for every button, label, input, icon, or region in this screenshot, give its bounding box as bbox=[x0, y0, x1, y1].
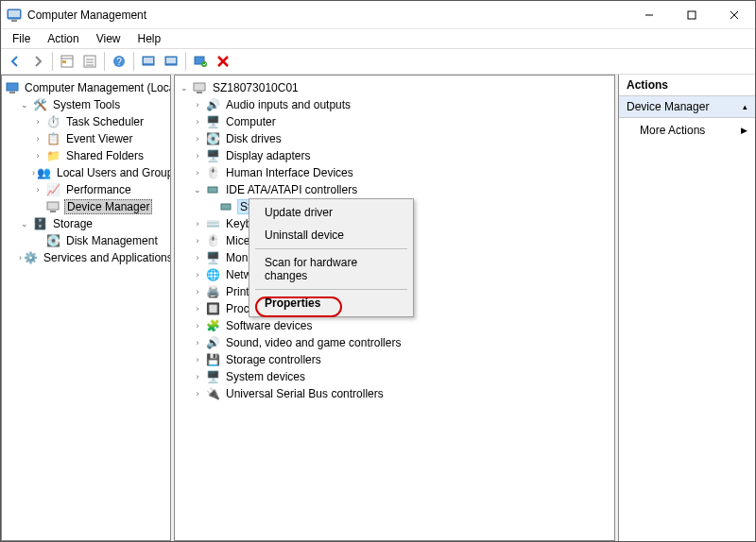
device-cat-sound[interactable]: › 🔊 Sound, video and game controllers bbox=[177, 334, 612, 351]
device-cat-hid[interactable]: › 🖱️ Human Interface Devices bbox=[177, 164, 612, 181]
expand-icon[interactable]: › bbox=[192, 99, 203, 110]
show-hide-tree-button[interactable] bbox=[57, 51, 77, 72]
tree-local-users-groups[interactable]: › 👥 Local Users and Groups bbox=[4, 164, 168, 181]
svg-rect-28 bbox=[208, 187, 217, 193]
console-tree[interactable]: Computer Management (Local) ⌄ 🛠️ System … bbox=[2, 76, 170, 270]
tree-task-scheduler[interactable]: › ⏱️ Task Scheduler bbox=[4, 113, 168, 130]
ide-icon bbox=[205, 182, 220, 197]
tree-label: Event Viewer bbox=[64, 132, 134, 145]
console-tree-pane[interactable]: Computer Management (Local) ⌄ 🛠️ System … bbox=[1, 75, 171, 541]
ctx-scan-hardware[interactable]: Scan for hardware changes bbox=[251, 251, 411, 287]
svg-rect-27 bbox=[197, 92, 202, 93]
svg-rect-29 bbox=[221, 204, 231, 210]
tree-disk-management[interactable]: 💽 Disk Management bbox=[4, 232, 168, 249]
body: Computer Management (Local) ⌄ 🛠️ System … bbox=[1, 75, 755, 541]
tree-label: System devices bbox=[224, 370, 307, 383]
forward-button[interactable] bbox=[27, 51, 48, 72]
expand-icon[interactable]: › bbox=[32, 167, 35, 178]
tree-label: Sound, video and game controllers bbox=[224, 336, 403, 349]
tree-performance[interactable]: › 📈 Performance bbox=[4, 181, 168, 198]
tree-event-viewer[interactable]: › 📋 Event Viewer bbox=[4, 130, 168, 147]
device-cat-system-devices[interactable]: › 🖥️ System devices bbox=[177, 368, 612, 385]
device-cat-ide[interactable]: ⌄ IDE ATA/ATAPI controllers bbox=[177, 181, 612, 198]
blank-expander bbox=[205, 201, 216, 212]
device-cat-software[interactable]: › 🧩 Software devices bbox=[177, 317, 612, 334]
collapse-icon[interactable]: ⌄ bbox=[179, 82, 190, 93]
ctx-properties[interactable]: Properties bbox=[251, 292, 411, 314]
window-controls bbox=[627, 1, 755, 28]
tree-device-manager[interactable]: Device Manager bbox=[4, 198, 168, 215]
expand-icon[interactable]: › bbox=[192, 337, 203, 348]
disk-icon: 💽 bbox=[45, 233, 60, 248]
expand-icon[interactable]: › bbox=[192, 320, 203, 331]
back-button[interactable] bbox=[5, 51, 26, 72]
computer-management-window: Computer Management File Action View Hel… bbox=[0, 0, 756, 542]
device-cat-disk-drives[interactable]: › 💽 Disk drives bbox=[177, 130, 612, 147]
remove-device-button[interactable] bbox=[213, 51, 233, 72]
toolbar-separator bbox=[185, 52, 186, 71]
expand-icon[interactable]: › bbox=[32, 184, 43, 195]
device-cat-display[interactable]: › 🖥️ Display adapters bbox=[177, 147, 612, 164]
expand-icon[interactable]: › bbox=[19, 252, 22, 263]
device-cat-audio[interactable]: › 🔊 Audio inputs and outputs bbox=[177, 96, 612, 113]
expand-icon[interactable]: › bbox=[192, 116, 203, 127]
expand-icon[interactable]: › bbox=[32, 133, 43, 144]
tree-label: Display adapters bbox=[224, 149, 312, 162]
menu-help[interactable]: Help bbox=[130, 30, 169, 47]
expand-icon[interactable]: › bbox=[192, 167, 203, 178]
device-cat-usb[interactable]: › 🔌 Universal Serial Bus controllers bbox=[177, 385, 612, 402]
svg-rect-1 bbox=[9, 10, 20, 17]
storage-icon: 🗄️ bbox=[32, 216, 47, 231]
services-icon: ⚙️ bbox=[24, 250, 38, 265]
properties-toolbar-button[interactable] bbox=[79, 51, 100, 72]
monitor-icon: 🖥️ bbox=[205, 250, 220, 265]
view-list-button[interactable] bbox=[161, 51, 181, 72]
collapse-icon[interactable]: ⌄ bbox=[192, 184, 203, 195]
tree-storage[interactable]: ⌄ 🗄️ Storage bbox=[4, 215, 168, 232]
expand-icon[interactable]: › bbox=[192, 252, 203, 263]
tree-shared-folders[interactable]: › 📁 Shared Folders bbox=[4, 147, 168, 164]
close-button[interactable] bbox=[713, 1, 755, 28]
menu-action[interactable]: Action bbox=[40, 30, 86, 47]
tree-services-apps[interactable]: › ⚙️ Services and Applications bbox=[4, 249, 168, 266]
tree-root[interactable]: Computer Management (Local) bbox=[4, 79, 168, 96]
expand-icon[interactable]: › bbox=[192, 269, 203, 280]
performance-icon: 📈 bbox=[45, 182, 60, 197]
svg-rect-24 bbox=[47, 202, 59, 210]
scan-hardware-button[interactable] bbox=[190, 51, 211, 72]
view-large-button[interactable] bbox=[138, 51, 159, 72]
collapse-icon[interactable]: ⌄ bbox=[19, 218, 30, 229]
maximize-button[interactable] bbox=[670, 1, 713, 28]
expand-icon[interactable]: › bbox=[192, 388, 203, 399]
device-root[interactable]: ⌄ SZ18073010C01 bbox=[177, 79, 612, 96]
expand-icon[interactable]: › bbox=[192, 133, 203, 144]
tree-label: Software devices bbox=[224, 319, 314, 332]
help-button[interactable]: ? bbox=[109, 51, 129, 72]
actions-section-header[interactable]: Device Manager ▴ bbox=[619, 96, 755, 118]
collapse-icon[interactable]: ⌄ bbox=[19, 99, 30, 110]
menu-view[interactable]: View bbox=[89, 30, 129, 47]
more-actions-link[interactable]: More Actions ▶ bbox=[619, 118, 755, 143]
svg-rect-4 bbox=[688, 11, 696, 19]
device-tree-pane[interactable]: ⌄ SZ18073010C01 › 🔊 Audio inputs and out… bbox=[174, 75, 615, 541]
expand-icon[interactable]: › bbox=[32, 116, 43, 127]
expand-icon[interactable]: › bbox=[192, 218, 203, 229]
expand-icon[interactable]: › bbox=[192, 150, 203, 161]
ctx-update-driver[interactable]: Update driver bbox=[251, 201, 411, 224]
expand-icon[interactable]: › bbox=[192, 303, 203, 314]
clock-icon: ⏱️ bbox=[45, 114, 60, 129]
collapse-icon[interactable]: ▴ bbox=[743, 102, 747, 111]
minimize-button[interactable] bbox=[627, 1, 670, 28]
expand-icon[interactable]: › bbox=[192, 354, 203, 365]
device-cat-storage-controllers[interactable]: › 💾 Storage controllers bbox=[177, 351, 612, 368]
expand-icon[interactable]: › bbox=[192, 235, 203, 246]
device-cat-computer[interactable]: › 🖥️ Computer bbox=[177, 113, 612, 130]
usb-icon: 🔌 bbox=[205, 386, 220, 401]
device-manager-icon bbox=[45, 199, 60, 214]
menu-file[interactable]: File bbox=[5, 30, 38, 47]
tree-system-tools[interactable]: ⌄ 🛠️ System Tools bbox=[4, 96, 168, 113]
ctx-uninstall-device[interactable]: Uninstall device bbox=[251, 224, 411, 246]
expand-icon[interactable]: › bbox=[192, 371, 203, 382]
expand-icon[interactable]: › bbox=[32, 150, 43, 161]
expand-icon[interactable]: › bbox=[192, 286, 203, 297]
